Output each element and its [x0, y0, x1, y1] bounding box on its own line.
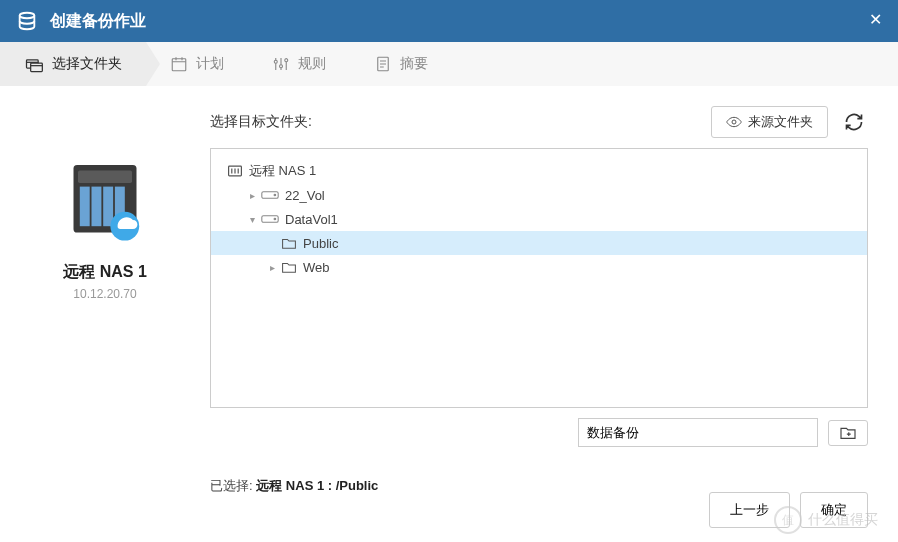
confirm-button[interactable]: 确定 [800, 492, 868, 528]
selected-label: 已选择: [210, 478, 253, 493]
folder-icon [281, 261, 297, 274]
svg-rect-10 [80, 187, 90, 227]
eye-icon [726, 116, 742, 128]
nas-icon [227, 164, 243, 178]
new-folder-button[interactable] [828, 420, 868, 446]
svg-point-5 [280, 65, 283, 68]
tree-label: 22_Vol [285, 188, 325, 203]
tree-folder-web[interactable]: ▸ Web [211, 255, 867, 279]
refresh-button[interactable] [840, 108, 868, 136]
tree-label: 远程 NAS 1 [249, 162, 316, 180]
step-rules[interactable]: 规则 [248, 42, 350, 86]
tree-label: Public [303, 236, 338, 251]
source-folder-button[interactable]: 来源文件夹 [711, 106, 828, 138]
svg-point-4 [274, 60, 277, 63]
step-label: 选择文件夹 [52, 55, 122, 73]
expand-icon[interactable]: ▸ [265, 262, 279, 273]
tree-volume[interactable]: ▸ 22_Vol [211, 183, 867, 207]
svg-rect-11 [92, 187, 102, 227]
close-button[interactable]: ✕ [869, 10, 882, 29]
step-label: 规则 [298, 55, 326, 73]
svg-rect-2 [31, 63, 43, 71]
svg-point-18 [274, 194, 276, 196]
svg-rect-12 [103, 187, 113, 227]
step-summary[interactable]: 摘要 [350, 42, 452, 86]
tree-label: Web [303, 260, 330, 275]
app-icon [16, 10, 38, 32]
step-schedule[interactable]: 计划 [146, 42, 248, 86]
calendar-icon [170, 55, 188, 73]
folder-icon [281, 237, 297, 250]
svg-point-6 [285, 59, 288, 62]
tree-root[interactable]: 远程 NAS 1 [211, 159, 867, 183]
document-icon [374, 55, 392, 73]
svg-point-15 [732, 120, 736, 124]
nas-device-icon [60, 156, 150, 246]
wizard-steps: 选择文件夹 计划 规则 摘要 [0, 42, 898, 86]
source-folder-label: 来源文件夹 [748, 113, 813, 131]
svg-rect-3 [172, 59, 186, 71]
expand-icon[interactable]: ▸ [245, 190, 259, 201]
tree-label: DataVol1 [285, 212, 338, 227]
svg-rect-9 [78, 170, 132, 183]
folder-name-input[interactable] [578, 418, 818, 447]
tree-folder-public[interactable]: Public [211, 231, 867, 255]
back-button[interactable]: 上一步 [709, 492, 790, 528]
svg-point-20 [274, 218, 276, 220]
tree-volume[interactable]: ▾ DataVol1 [211, 207, 867, 231]
selected-path: 远程 NAS 1 : /Public [256, 478, 378, 493]
select-target-label: 选择目标文件夹: [210, 113, 711, 131]
collapse-icon[interactable]: ▾ [245, 214, 259, 225]
svg-point-0 [20, 13, 35, 19]
sliders-icon [272, 55, 290, 73]
device-name: 远程 NAS 1 [30, 262, 180, 283]
step-select-folder[interactable]: 选择文件夹 [0, 42, 146, 86]
step-label: 计划 [196, 55, 224, 73]
device-ip: 10.12.20.70 [30, 287, 180, 301]
folder-select-icon [24, 55, 44, 73]
disk-icon [261, 189, 279, 201]
disk-icon [261, 213, 279, 225]
step-label: 摘要 [400, 55, 428, 73]
device-panel: 远程 NAS 1 10.12.20.70 [30, 106, 180, 495]
folder-tree: 远程 NAS 1 ▸ 22_Vol ▾ DataVol1 [210, 148, 868, 408]
window-title: 创建备份作业 [50, 11, 146, 32]
